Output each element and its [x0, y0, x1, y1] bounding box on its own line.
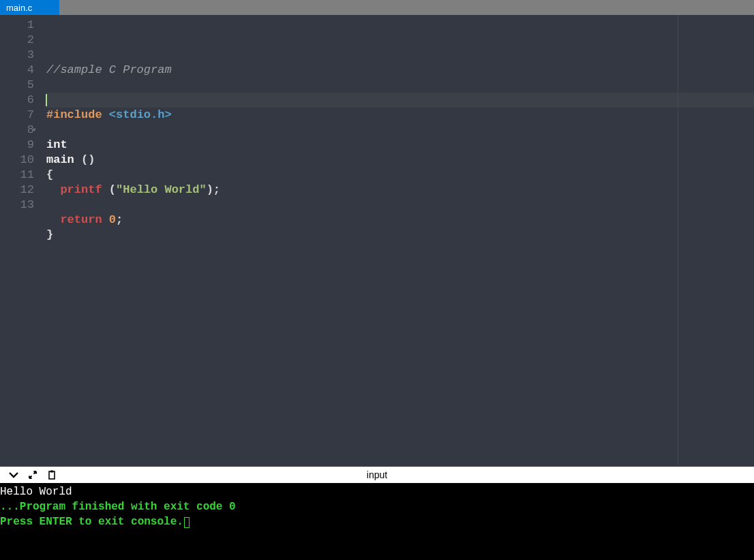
tab-bar: main.c [0, 0, 754, 15]
code-line[interactable] [46, 123, 754, 138]
code-token [46, 213, 60, 226]
line-number: 9 [3, 138, 34, 153]
code-line[interactable] [46, 93, 754, 108]
code-line[interactable]: { [46, 168, 754, 183]
code-line[interactable]: //sample C Program [46, 63, 754, 78]
line-number: 3 [3, 48, 34, 63]
code-token: printf [60, 183, 108, 196]
code-token: 0 [109, 213, 116, 226]
code-line[interactable]: #include <stdio.h> [46, 108, 754, 123]
code-token: () [81, 153, 95, 166]
collapse-panel-button[interactable] [4, 468, 23, 482]
clipboard-icon [46, 469, 57, 480]
expand-icon [27, 469, 38, 480]
code-token: int [46, 138, 67, 151]
line-number: 11 [3, 168, 34, 183]
svg-rect-1 [50, 471, 53, 473]
line-number: 1 [3, 18, 34, 33]
svg-rect-0 [49, 471, 55, 479]
code-token: return [60, 213, 108, 226]
code-token: ; [116, 213, 123, 226]
line-number: 8 [3, 123, 34, 138]
text-cursor [46, 94, 47, 106]
code-area[interactable]: //sample C Program#include <stdio.h>intm… [40, 15, 754, 467]
console-line: Press ENTER to exit console. [0, 514, 754, 529]
line-number: 4 [3, 63, 34, 78]
print-margin [678, 15, 678, 467]
code-line[interactable]: } [46, 228, 754, 243]
console-output[interactable]: Hello World...Program finished with exit… [0, 483, 754, 560]
code-line[interactable]: return 0; [46, 213, 754, 228]
code-token: #include [46, 108, 109, 121]
code-token [46, 183, 60, 196]
line-number: 5 [3, 78, 34, 93]
copy-output-button[interactable] [42, 468, 61, 482]
console-toolbar: input [0, 467, 754, 483]
code-token: } [46, 228, 53, 241]
code-token: main [46, 153, 81, 166]
line-number: 12 [3, 183, 34, 198]
line-number-gutter: 12345678910111213 [0, 15, 40, 467]
code-token: ( [109, 183, 116, 196]
code-line[interactable]: printf ("Hello World"); [46, 183, 754, 198]
console-cursor [184, 517, 190, 528]
line-number: 13 [3, 198, 34, 213]
code-token: { [46, 168, 53, 181]
code-line[interactable] [46, 243, 754, 258]
console-line: Hello World [0, 484, 754, 499]
file-tab-main-c[interactable]: main.c [0, 0, 59, 15]
code-token: "Hello World" [116, 183, 207, 196]
code-token: <stdio.h> [109, 108, 172, 121]
code-token: ); [207, 183, 220, 196]
line-number: 6 [3, 93, 34, 108]
line-number: 2 [3, 33, 34, 48]
expand-panel-button[interactable] [23, 468, 42, 482]
code-line[interactable] [46, 198, 754, 213]
code-line[interactable] [46, 78, 754, 93]
input-section-label: input [367, 469, 387, 480]
chevron-down-icon [8, 469, 19, 480]
console-line: ...Program finished with exit code 0 [0, 499, 754, 514]
code-line[interactable]: int [46, 138, 754, 153]
code-token: //sample C Program [46, 63, 172, 76]
line-number: 7 [3, 108, 34, 123]
code-editor[interactable]: 12345678910111213 //sample C Program#inc… [0, 15, 754, 467]
fold-marker-icon[interactable]: ▼ [33, 123, 36, 138]
code-line[interactable]: main () [46, 153, 754, 168]
file-tab-label: main.c [6, 3, 32, 13]
line-number: 10 [3, 153, 34, 168]
